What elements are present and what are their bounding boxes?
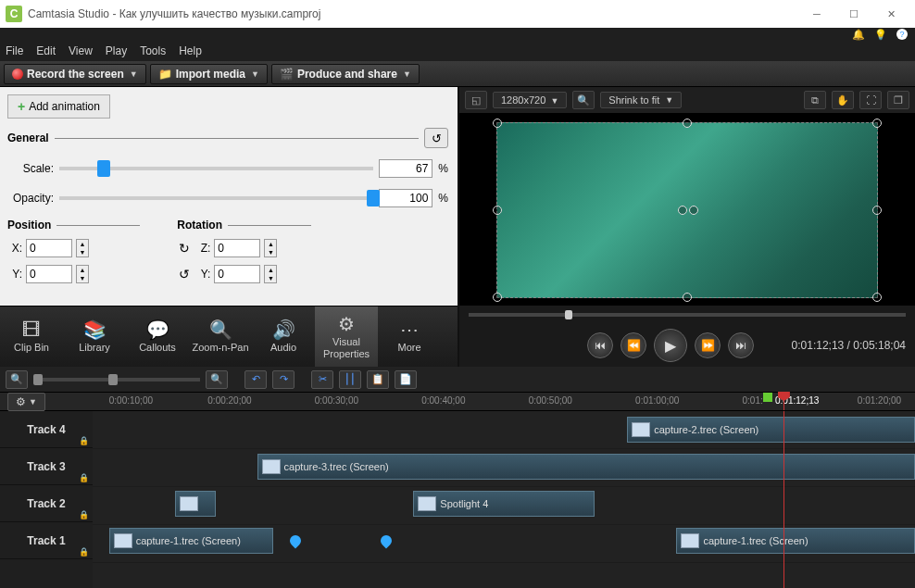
clip-capture3[interactable]: capture-3.trec (Screen) — [257, 454, 915, 480]
prev-clip-button[interactable]: ⏮ — [587, 332, 613, 358]
marker-in-icon[interactable] — [763, 393, 772, 402]
clip-spotlight4[interactable]: Spotlight 4 — [413, 491, 594, 517]
zoom-in-icon[interactable]: 🔍 — [206, 370, 228, 389]
scale-slider[interactable] — [59, 167, 373, 170]
rotate-y-icon: ↺ — [177, 267, 192, 281]
fullscreen-icon[interactable]: ⛶ — [859, 91, 882, 109]
record-icon — [12, 69, 23, 80]
lock-icon[interactable]: 🔒 — [79, 547, 89, 557]
zoom-out-icon[interactable]: 🔍 — [6, 370, 28, 389]
menu-bar: File Edit View Play Tools Help — [0, 41, 915, 61]
add-animation-button[interactable]: + Add animation — [7, 94, 110, 119]
scale-label: Scale: — [7, 162, 54, 175]
detach-icon[interactable]: ❐ — [887, 91, 909, 109]
track-header-1[interactable]: Track 1🔒 — [0, 522, 93, 559]
clip-thumbnail-icon — [681, 533, 699, 548]
step-back-button[interactable]: ⏪ — [620, 332, 646, 358]
preview-canvas[interactable] — [459, 113, 915, 306]
tab-clip-bin[interactable]: 🎞Clip Bin — [0, 307, 63, 367]
menu-tools[interactable]: Tools — [140, 44, 166, 57]
menu-edit[interactable]: Edit — [36, 44, 56, 57]
help-icon[interactable]: ? — [896, 29, 908, 40]
tab-callouts[interactable]: 💬Callouts — [126, 307, 189, 367]
track-header-3[interactable]: Track 3🔒 — [0, 448, 93, 485]
tab-library[interactable]: 📚Library — [63, 307, 126, 367]
track-area[interactable]: capture-2.trec (Screen) capture-3.trec (… — [93, 411, 915, 588]
undo-button[interactable]: ↶ — [244, 370, 267, 389]
preview-toolbar: ◱ 1280x720 ▼ 🔍 Shrink to fit ▼ ⧉ ✋ ⛶ ❐ — [459, 87, 915, 113]
callouts-icon: 💬 — [146, 319, 169, 340]
crop-icon[interactable]: ⧉ — [804, 91, 826, 109]
position-x-input[interactable] — [26, 239, 72, 257]
play-button[interactable]: ▶ — [654, 329, 687, 362]
rotation-z-input[interactable] — [214, 239, 260, 257]
timeline-toolbar: 🔍 🔍 ↶ ↷ ✂ ⎮⎮ 📋 📄 — [0, 367, 915, 393]
close-button[interactable]: ✕ — [872, 3, 909, 25]
position-x-stepper[interactable]: ▲▼ — [76, 239, 89, 257]
menu-play[interactable]: Play — [106, 44, 127, 57]
pan-icon[interactable]: ✋ — [832, 91, 854, 109]
lock-icon[interactable]: 🔒 — [79, 436, 89, 445]
clip-capture1a[interactable]: capture-1.trec (Screen) — [109, 528, 274, 554]
paste-button[interactable]: 📄 — [395, 370, 417, 389]
tab-zoom-pan[interactable]: 🔍Zoom-n-Pan — [189, 307, 252, 367]
zoom-icon: 🔍 — [209, 319, 232, 340]
opacity-input[interactable] — [379, 189, 432, 207]
clip-anim1[interactable] — [175, 491, 216, 517]
track-header-2[interactable]: Track 2🔒 — [0, 485, 93, 522]
dimensions-dropdown[interactable]: 1280x720 ▼ — [493, 92, 567, 108]
minimize-button[interactable]: ─ — [798, 3, 835, 25]
rotation-z-stepper[interactable]: ▲▼ — [264, 239, 277, 257]
video-clip-selection[interactable] — [496, 122, 878, 298]
bulb-icon[interactable]: 💡 — [874, 29, 887, 41]
action-bar: Record the screen ▼ 📁 Import media ▼ 🎬 P… — [0, 61, 915, 87]
search-icon[interactable]: 🔍 — [572, 91, 595, 109]
reset-button[interactable]: ↺ — [424, 128, 448, 148]
lock-icon[interactable]: 🔒 — [79, 510, 89, 519]
import-media-button[interactable]: 📁 Import media ▼ — [150, 64, 268, 84]
more-icon: ⋯ — [400, 319, 419, 340]
position-y-stepper[interactable]: ▲▼ — [76, 265, 89, 283]
step-fwd-button[interactable]: ⏩ — [695, 332, 721, 358]
copy-button[interactable]: 📋 — [367, 370, 389, 389]
tab-visual-properties[interactable]: ⚙Visual Properties — [315, 307, 378, 367]
lock-icon[interactable]: 🔒 — [79, 473, 89, 482]
zoom-dropdown[interactable]: Shrink to fit ▼ — [600, 92, 682, 108]
next-clip-button[interactable]: ⏭ — [728, 332, 754, 358]
record-screen-button[interactable]: Record the screen ▼ — [4, 64, 146, 84]
position-y-input[interactable] — [26, 265, 72, 283]
position-heading: Position — [7, 219, 51, 231]
maximize-button[interactable]: ☐ — [835, 3, 872, 25]
rotation-y-input[interactable] — [214, 265, 260, 283]
film-icon: 🎬 — [280, 68, 294, 81]
clip-capture2[interactable]: capture-2.trec (Screen) — [627, 417, 915, 443]
scale-input[interactable] — [379, 159, 432, 178]
menu-view[interactable]: View — [69, 44, 93, 57]
tab-more[interactable]: ⋯More — [378, 307, 441, 367]
clip-thumbnail-icon — [262, 459, 281, 474]
menu-help[interactable]: Help — [179, 44, 202, 57]
keyframe-icon[interactable] — [378, 533, 394, 549]
timeline-zoom-slider[interactable] — [33, 378, 200, 382]
track-header-4[interactable]: Track 4🔒 — [0, 411, 93, 448]
menu-file[interactable]: File — [6, 44, 23, 57]
keyframe-icon[interactable] — [288, 533, 304, 549]
bell-icon[interactable]: 🔔 — [852, 29, 865, 41]
redo-button[interactable]: ↷ — [272, 370, 295, 389]
library-icon: 📚 — [83, 319, 107, 340]
split-button[interactable]: ⎮⎮ — [339, 370, 361, 389]
timeline-options-button[interactable]: ⚙ ▼ — [7, 393, 45, 411]
clip-capture1b[interactable]: capture-1.trec (Screen) — [676, 528, 915, 554]
preview-pane: ◱ 1280x720 ▼ 🔍 Shrink to fit ▼ ⧉ ✋ ⛶ ❐ — [459, 87, 915, 367]
produce-share-button[interactable]: 🎬 Produce and share ▼ — [271, 64, 420, 84]
folder-icon: 📁 — [158, 68, 172, 81]
cut-button[interactable]: ✂ — [311, 370, 333, 389]
rotation-y-stepper[interactable]: ▲▼ — [264, 265, 277, 283]
preview-scrubber[interactable] — [469, 313, 906, 317]
timeline: 🔍 🔍 ↶ ↷ ✂ ⎮⎮ 📋 📄 ⚙ ▼ 0:00:10;00 0:00:20;… — [0, 367, 915, 588]
canvas-size-icon[interactable]: ◱ — [465, 91, 487, 109]
timeline-ruler[interactable]: ⚙ ▼ 0:00:10;00 0:00:20;00 0:00:30;00 0:0… — [0, 393, 915, 411]
audio-icon: 🔊 — [272, 319, 295, 340]
opacity-slider[interactable] — [59, 196, 373, 200]
tab-audio[interactable]: 🔊Audio — [252, 307, 315, 367]
